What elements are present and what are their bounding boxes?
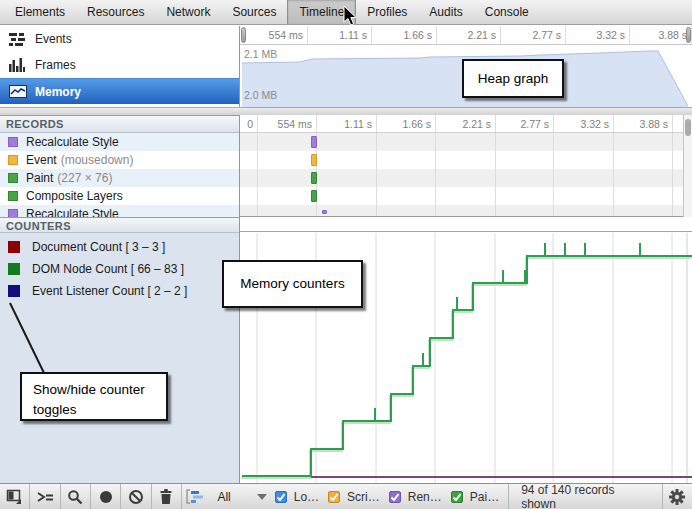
record-graph-row (240, 169, 683, 187)
category-filter-group: Lo…Scri…Ren…Pai… (275, 490, 508, 504)
tab-network[interactable]: Network (155, 0, 221, 24)
tab-sources[interactable]: Sources (221, 0, 287, 24)
ruler-gridline (435, 115, 436, 216)
record-list-item[interactable]: Recalculate Style (0, 133, 239, 151)
clear-records-button[interactable] (121, 484, 150, 509)
record-event-bar[interactable] (322, 210, 327, 214)
show-console-button[interactable] (30, 484, 59, 509)
checkbox-checked-icon[interactable] (451, 491, 463, 503)
scrollbar-thumb[interactable] (685, 119, 691, 136)
record-event-bar[interactable] (311, 136, 317, 148)
sidebar-item-label: Frames (35, 58, 76, 72)
category-filter-lo[interactable]: Lo… (275, 490, 319, 504)
record-list-item[interactable]: Composite Layers (0, 187, 239, 205)
overview-window-left-handle[interactable] (241, 27, 246, 43)
category-filter-pai[interactable]: Pai… (451, 490, 499, 504)
record-type-swatch (8, 173, 18, 183)
record-graph-row (240, 187, 683, 205)
ruler-tick-label: 2.21 s (440, 29, 496, 41)
category-filter-label: Ren… (408, 490, 442, 504)
ruler-gridline (565, 26, 566, 45)
counter-toggle-row[interactable]: DOM Node Count [ 66 – 83 ] (0, 262, 184, 276)
tab-resources[interactable]: Resources (76, 0, 155, 24)
category-filter-label: Lo… (294, 490, 319, 504)
garbage-collect-button[interactable] (152, 484, 181, 509)
records-timeline-graph: 0554 ms1.11 s1.66 s2.21 s2.77 s3.32 s3.8… (240, 115, 683, 217)
tab-elements[interactable]: Elements (4, 0, 76, 24)
sidebar-item-memory[interactable]: Memory (0, 78, 239, 104)
checkbox-checked-icon[interactable] (275, 491, 287, 503)
heap-min-label: 2.0 MB (244, 89, 277, 101)
checkbox-checked-icon[interactable] (328, 491, 340, 503)
counter-toggle-swatch[interactable] (8, 263, 20, 275)
record-label: Event (26, 153, 57, 167)
record-event-bar[interactable] (311, 172, 317, 184)
heap-max-label: 2.1 MB (244, 48, 277, 60)
category-filter-scri[interactable]: Scri… (328, 490, 380, 504)
dock-side-button[interactable] (0, 484, 29, 509)
record-label: Composite Layers (26, 189, 123, 203)
ruler-bottom-border (240, 132, 683, 133)
record-graph-row (240, 205, 683, 216)
ruler-tick-label: 3.32 s (553, 118, 609, 130)
record-label: Recalculate Style (26, 207, 119, 217)
timeline-mode-list: EventsFramesMemory (0, 26, 239, 107)
timeline-bars-icon (186, 489, 204, 504)
record-label: Paint (26, 171, 53, 185)
ruler-tick-label: 3.88 s (612, 118, 668, 130)
callout-counter-toggles: Show/hide counter toggles (20, 372, 168, 421)
ruler-tick-label: 0 (240, 118, 253, 130)
tab-audits[interactable]: Audits (418, 0, 473, 24)
record-list-item[interactable]: Recalculate Style (0, 205, 239, 217)
category-filter-label: Scri… (347, 490, 380, 504)
category-filter-label: Pai… (470, 490, 499, 504)
ruler-tick-label: 2.77 s (493, 118, 549, 130)
ruler-tick-label: 2.21 s (435, 118, 491, 130)
record-event-bar[interactable] (311, 190, 317, 202)
record-type-swatch (8, 191, 18, 201)
record-detail: (mousedown) (61, 153, 134, 167)
counter-label: Document Count [ 3 – 3 ] (32, 240, 165, 254)
sidebar-item-label: Events (35, 32, 72, 46)
filter-dropdown[interactable]: All (207, 490, 274, 504)
overview-window-right-handle[interactable] (686, 27, 691, 43)
record-event-bar[interactable] (311, 154, 317, 166)
record-list-item[interactable]: Paint(227 × 76) (0, 169, 239, 187)
record-button[interactable] (91, 484, 120, 509)
search-button[interactable] (61, 484, 90, 509)
ruler-gridline (436, 26, 437, 45)
ruler-tick-label: 3.32 s (569, 29, 625, 41)
ruler-gridline (307, 26, 308, 45)
ruler-gridline (376, 115, 377, 216)
tab-console[interactable]: Console (474, 0, 540, 24)
ruler-gridline (371, 26, 372, 45)
settings-button[interactable] (663, 484, 692, 509)
trash-icon (158, 488, 174, 505)
counter-toggle-swatch[interactable] (8, 241, 20, 253)
sidebar-item-frames[interactable]: Frames (0, 52, 239, 78)
records-list: Recalculate StyleEvent(mousedown)Paint(2… (0, 133, 239, 217)
gear-icon (668, 488, 686, 506)
memory-icon (9, 85, 35, 98)
frames-icon (9, 58, 35, 72)
frame-mode-button[interactable] (182, 484, 207, 509)
ruler-gridline (613, 115, 614, 216)
tab-profiles[interactable]: Profiles (356, 0, 418, 24)
category-filter-ren[interactable]: Ren… (389, 490, 442, 504)
ruler-tick-label: 2.77 s (505, 29, 561, 41)
records-section-header: RECORDS (0, 115, 239, 133)
ruler-gridline (553, 115, 554, 216)
chevron-down-icon (257, 494, 267, 500)
counter-toggle-row[interactable]: Document Count [ 3 – 3 ] (0, 240, 165, 254)
ruler-gridline (495, 115, 496, 216)
ruler-tick-label: 1.11 s (311, 29, 367, 41)
record-icon (98, 489, 114, 505)
sidebar-item-events[interactable]: Events (0, 26, 239, 52)
filter-dropdown-label: All (217, 490, 230, 504)
ruler-gridline (672, 115, 673, 216)
clear-icon (128, 489, 144, 505)
events-icon (9, 32, 35, 46)
checkbox-checked-icon[interactable] (389, 491, 401, 503)
record-list-item[interactable]: Event(mousedown) (0, 151, 239, 169)
horizontal-splitter[interactable] (0, 107, 692, 115)
